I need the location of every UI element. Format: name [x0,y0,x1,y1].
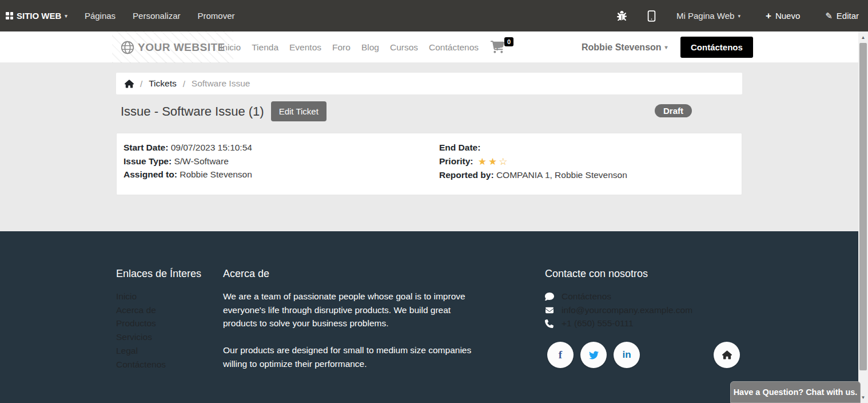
facebook-button[interactable]: f [547,342,574,368]
new-button[interactable]: + Nuevo [766,10,800,22]
site-menu-label: SITIO WEB [17,11,61,21]
footer-link-contactenos[interactable]: Contáctenos [116,358,201,372]
admin-menu-pages[interactable]: Páginas [85,11,116,21]
scrollbar-up-arrow-icon[interactable]: ▲ [858,33,868,42]
breadcrumb-home-icon[interactable] [125,80,134,88]
footer-link-inicio[interactable]: Inicio [116,290,201,303]
star-icon: ★ [488,156,497,167]
site-header: YOUR WEBSITE Inicio Tienda Eventos Foro … [0,31,858,63]
footer-links-list: Inicio Acerca de Productos Servicios Leg… [116,290,201,371]
star-outline-icon: ☆ [499,156,508,167]
footer-about-paragraph-2: Our products are designed for small to m… [223,343,477,370]
breadcrumb: / Tickets / Software Issue [116,73,742,94]
footer-link-acerca-de[interactable]: Acerca de [116,303,201,317]
scrollbar[interactable]: ▲ ▼ [858,31,868,403]
comment-icon [545,292,555,301]
field-label: Start Date: [124,143,168,152]
nav-item-foro[interactable]: Foro [332,42,351,53]
user-name: Robbie Stevenson [582,42,662,53]
priority-stars: ★★☆ [478,156,509,167]
field-value: 09/07/2023 15:10:54 [171,143,252,152]
footer-contact-phone[interactable]: +1 (650) 555-0111 [545,317,692,330]
footer-link-servicios[interactable]: Servicios [116,330,201,344]
facebook-icon: f [559,349,562,361]
edit-button[interactable]: ✎ Editar [825,11,859,21]
new-button-label: Nuevo [775,11,800,21]
scrollbar-thumb[interactable] [859,43,867,370]
admin-menu-promote[interactable]: Promover [197,11,234,21]
footer-contact-email-label: info@yourcompany.example.com [562,303,692,317]
user-menu[interactable]: Robbie Stevenson ▾ [582,31,668,63]
admin-bar-right: Mi Pagina Web ▾ + Nuevo ✎ Editar [617,10,859,22]
mobile-preview-icon[interactable] [647,10,656,22]
field-start-date: Start Date: 09/07/2023 15:10:54 [124,141,252,155]
cart-count-badge: 0 [504,37,513,46]
main-nav: Inicio Tienda Eventos Foro Blog Cursos C… [220,31,500,63]
footer-link-legal[interactable]: Legal [116,344,201,358]
footer-contact-phone-label: +1 (650) 555-0111 [562,317,634,330]
breadcrumb-tickets-link[interactable]: Tickets [149,78,177,89]
nav-item-inicio[interactable]: Inicio [220,42,241,53]
plus-icon: + [766,10,771,22]
field-value: Robbie Stevenson [180,169,252,179]
linkedin-button[interactable]: in [614,342,640,368]
page-title: Issue - Software Issue (1) [121,104,264,119]
ticket-info-left-column: Start Date: 09/07/2023 15:10:54 Issue Ty… [124,141,252,181]
site-footer: Enlaces de Ínteres Inicio Acerca de Prod… [0,231,868,403]
nav-item-blog[interactable]: Blog [361,42,379,53]
edit-button-label: Editar [837,11,859,21]
field-value: S/W-Software [174,156,228,166]
field-label: Issue Type: [124,156,172,166]
home-icon [722,350,732,359]
footer-links-title: Enlaces de Ínteres [116,268,201,280]
nav-item-eventos[interactable]: Eventos [289,42,321,53]
field-end-date: End Date: [439,141,627,155]
twitter-button[interactable] [580,342,607,368]
nav-item-tienda[interactable]: Tienda [252,42,278,53]
globe-icon [120,40,135,55]
site-logo[interactable]: YOUR WEBSITE [112,31,233,63]
status-badge: Draft [655,104,692,117]
nav-item-contactenos[interactable]: Contáctenos [429,42,479,53]
star-icon: ★ [478,156,487,167]
website-home-button[interactable] [714,342,740,368]
livechat-button[interactable]: Have a Question? Chat with us. [730,381,861,403]
field-reported-by: Reported by: COMPANIA 1, Robbie Stevenso… [439,168,627,182]
site-logo-text: YOUR WEBSITE [138,41,225,54]
footer-contact-title: Contacte con nosotros [545,268,692,280]
chevron-down-icon: ▾ [65,13,67,19]
ticket-title-row: Issue - Software Issue (1) Edit Ticket [121,101,327,121]
nav-item-cursos[interactable]: Cursos [390,42,418,53]
field-issue-type: Issue Type: S/W-Software [124,155,252,168]
breadcrumb-separator: / [140,79,142,89]
admin-menu-customize[interactable]: Personalizar [133,11,180,21]
field-label: Reported by: [439,170,494,180]
debug-bug-icon[interactable] [617,11,627,21]
cart-button[interactable]: 0 [491,41,510,56]
breadcrumb-separator: / [183,79,185,89]
footer-contact-chat[interactable]: Contáctenos [545,290,692,303]
linkedin-icon: in [622,349,631,361]
footer-contact-column: Contacte con nosotros Contáctenos info@y… [545,268,692,330]
chevron-down-icon: ▾ [738,13,740,19]
admin-bar-left: SITIO WEB ▾ Páginas Personalizar Promove… [6,11,235,21]
ticket-info-right-column: End Date: Priority: ★★☆ Reported by: COM… [439,141,627,182]
footer-links-column: Enlaces de Ínteres Inicio Acerca de Prod… [116,268,201,371]
field-assigned-to: Assigned to: Robbie Stevenson [124,168,252,181]
edit-ticket-button[interactable]: Edit Ticket [271,101,327,121]
footer-link-productos[interactable]: Productos [116,317,201,330]
ticket-info-card: Start Date: 09/07/2023 15:10:54 Issue Ty… [116,133,742,195]
site-menu-toggle[interactable]: SITIO WEB ▾ [6,11,67,21]
footer-about-title: Acerca de [223,268,477,280]
website-selector[interactable]: Mi Pagina Web ▾ [676,11,740,21]
envelope-icon [545,306,555,314]
field-value: COMPANIA 1, Robbie Stevenson [496,170,627,180]
footer-about-column: Acerca de We are a team of passionate pe… [223,268,477,371]
footer-contact-list: Contáctenos info@yourcompany.example.com… [545,290,692,330]
twitter-icon [588,350,599,360]
footer-contact-email[interactable]: info@yourcompany.example.com [545,303,692,317]
phone-icon [545,319,555,328]
field-priority: Priority: ★★☆ [439,155,627,169]
pencil-icon: ✎ [825,11,833,21]
contact-us-button[interactable]: Contáctenos [680,37,753,58]
